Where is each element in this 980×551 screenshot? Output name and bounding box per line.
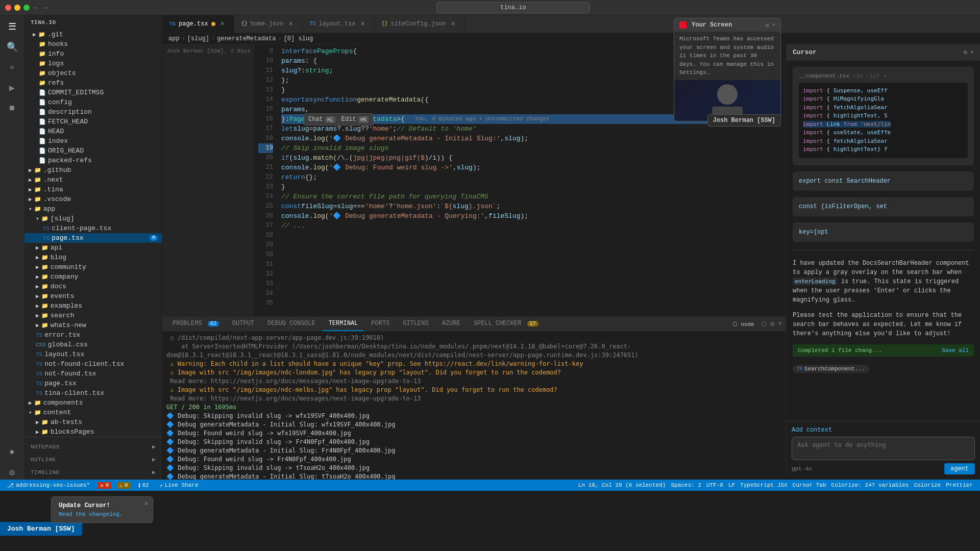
- panel-settings-icon[interactable]: ⚙: [964, 48, 967, 56]
- breadcrumb-slug[interactable]: [slug]: [187, 35, 209, 42]
- sidebar-item-refs[interactable]: 📁 refs: [24, 78, 162, 88]
- forward-arrow[interactable]: →: [43, 4, 47, 12]
- minimize-window-button[interactable]: [14, 5, 20, 11]
- sidebar-item-error-tsx[interactable]: TS error.tsx: [24, 330, 162, 340]
- spaces-status[interactable]: Spaces: 2: [669, 482, 703, 488]
- panel-close-icon[interactable]: ×: [778, 320, 782, 328]
- prettier-status[interactable]: Prettier: [944, 482, 975, 488]
- chat-input[interactable]: [792, 437, 975, 460]
- panel-close-icon[interactable]: ×: [970, 49, 974, 56]
- info-status[interactable]: ℹ 62: [136, 482, 151, 489]
- terminal-content[interactable]: ○ /dist/compiled/next-app-server/app-pag…: [162, 332, 786, 480]
- sidebar-item-index[interactable]: 📄 index: [24, 136, 162, 146]
- panel-tab-problems[interactable]: PROBLEMS 62: [166, 317, 225, 331]
- sidebar-item-content[interactable]: ▾ 📁 content: [24, 408, 162, 417]
- sidebar-item-api[interactable]: ▶ 📁 api: [24, 243, 162, 253]
- notification-close-button[interactable]: ×: [144, 500, 149, 508]
- tab-close-button[interactable]: ×: [449, 20, 457, 28]
- colorize2-status[interactable]: Colorize: [912, 482, 943, 488]
- sidebar-item-not-found[interactable]: TS not-found.tsx: [24, 369, 162, 379]
- chat-option[interactable]: Chat ⌘L: [308, 116, 335, 123]
- tab-page-tsx[interactable]: TS page.tsx ×: [162, 15, 234, 33]
- timeline-section[interactable]: TIMELINE ▶: [24, 465, 162, 478]
- run-activity-icon[interactable]: ▶: [5, 81, 19, 95]
- notepads-section[interactable]: NOTEPADS ▶: [24, 439, 162, 452]
- sidebar-item-page-tsx[interactable]: TS page.tsx M: [24, 233, 162, 243]
- sidebar-item-tina-client[interactable]: TS tina-client.tsx: [24, 388, 162, 398]
- sidebar-item-events[interactable]: ▶ 📁 events: [24, 291, 162, 301]
- sidebar-item-blog[interactable]: ▶ 📁 blog: [24, 253, 162, 262]
- accounts-activity-icon[interactable]: ●: [5, 445, 19, 459]
- panel-tab-ports[interactable]: PORTS: [365, 317, 396, 331]
- sidebar-item-page-tsx-2[interactable]: TS page.tsx: [24, 379, 162, 388]
- save-all-button[interactable]: Save all: [942, 347, 969, 354]
- explorer-activity-icon[interactable]: ☰: [5, 19, 19, 34]
- sidebar-item-layout-tsx[interactable]: TS layout.tsx: [24, 349, 162, 359]
- sidebar-item-ab-tests[interactable]: ▶ 📁 ab-tests: [24, 417, 162, 427]
- close-button[interactable]: ×: [772, 22, 775, 28]
- tab-home-json[interactable]: {} home.json ×: [234, 15, 303, 33]
- sidebar-item-slug[interactable]: ▾ 📁 [slug]: [24, 214, 162, 223]
- warnings-status[interactable]: ⚠ 0: [117, 482, 130, 489]
- panel-tab-debug-console[interactable]: DEBUG CONSOLE: [261, 317, 322, 331]
- sidebar-item-client-page[interactable]: TS client-page.tsx: [24, 223, 162, 233]
- colorize-status[interactable]: Colorize: 247 variables: [829, 482, 911, 488]
- sidebar-item-global-css[interactable]: CSS global.css: [24, 340, 162, 349]
- errors-status[interactable]: ✕ 0: [98, 482, 111, 489]
- sidebar-item-head[interactable]: 📄 HEAD: [24, 127, 162, 136]
- sidebar-item-logs[interactable]: 📁 logs: [24, 59, 162, 68]
- tab-close-button[interactable]: ×: [358, 20, 366, 28]
- encoding-status[interactable]: UTF-8: [704, 482, 725, 488]
- settings-activity-icon[interactable]: ⚙: [5, 465, 19, 480]
- eol-status[interactable]: LF: [726, 482, 737, 488]
- notification-link[interactable]: Read the changelog.: [59, 511, 145, 517]
- sidebar-item-hooks[interactable]: 📁 hooks: [24, 39, 162, 49]
- sidebar-item-not-found-client[interactable]: TS not-found-client.tsx: [24, 359, 162, 369]
- sidebar-item-info[interactable]: 📁 info: [24, 49, 162, 59]
- tab-siteconfig-json[interactable]: {} siteConfig.json ×: [374, 15, 464, 33]
- panel-maximize-icon[interactable]: ⬡: [762, 320, 767, 328]
- sidebar-item-company[interactable]: ▶ 📁 company: [24, 272, 162, 282]
- live-share-status[interactable]: ↗ Live Share: [157, 482, 201, 489]
- search-activity-icon[interactable]: 🔍: [5, 40, 19, 54]
- language-status[interactable]: TypeScript JSX: [738, 482, 789, 488]
- git-branch-status[interactable]: ⎇ addressing-seo-issues*: [5, 482, 92, 489]
- sidebar-item-config[interactable]: 📄 config: [24, 97, 162, 107]
- panel-split-icon[interactable]: ⊟: [771, 320, 774, 328]
- sidebar-item-search[interactable]: ▶ 📁 search: [24, 311, 162, 320]
- panel-tab-spell-checker[interactable]: SPELL CHECKER 17: [468, 317, 545, 331]
- panel-tab-azure[interactable]: AZURE: [436, 317, 467, 331]
- panel-tab-gitlens[interactable]: GITLENS: [397, 317, 434, 331]
- sidebar-item-github[interactable]: ▶ 📁 .github: [24, 165, 162, 175]
- sidebar-item-vscode[interactable]: ▶ 📁 .vscode: [24, 194, 162, 204]
- sidebar-item-description[interactable]: 📄 description: [24, 107, 162, 117]
- sidebar-item-next[interactable]: ▶ 📁 .next: [24, 175, 162, 185]
- sidebar-item-components[interactable]: ▶ 📁 components: [24, 398, 162, 408]
- breadcrumb-generate-metadata[interactable]: generateMetadata: [217, 35, 276, 42]
- sidebar-item-orig-head[interactable]: 📄 ORIG_HEAD: [24, 146, 162, 156]
- cursor-tab-status[interactable]: Cursor Tab: [791, 482, 828, 488]
- panel-tab-output[interactable]: OUTPUT: [226, 317, 260, 331]
- source-control-activity-icon[interactable]: ⚬: [5, 60, 19, 74]
- extensions-activity-icon[interactable]: ■: [5, 101, 19, 115]
- tab-close-button[interactable]: ×: [218, 20, 227, 28]
- gear-icon[interactable]: ⚙: [766, 22, 769, 29]
- sidebar-item-whats-new[interactable]: ▶ 📁 whats-new: [24, 320, 162, 330]
- sidebar-item-objects[interactable]: 📁 objects: [24, 68, 162, 78]
- sidebar-item-commit-editmsg[interactable]: 📄 COMMIT_EDITMSG: [24, 88, 162, 97]
- send-button[interactable]: agent: [944, 463, 975, 474]
- outline-section[interactable]: OUTLINE ▶: [24, 452, 162, 465]
- sidebar-item-tina[interactable]: ▶ 📁 .tina: [24, 185, 162, 194]
- sidebar-item-git[interactable]: ▶ 📁 .git: [24, 30, 162, 39]
- sidebar-item-examples[interactable]: ▶ 📁 examples: [24, 301, 162, 311]
- sidebar-item-app[interactable]: ▾ 📁 app: [24, 204, 162, 214]
- sidebar-item-packed-refs[interactable]: 📄 packed-refs: [24, 156, 162, 165]
- sidebar-item-docs[interactable]: ▶ 📁 docs: [24, 282, 162, 291]
- cursor-position-status[interactable]: Ln 19, Col 20 (6 selected): [576, 482, 668, 488]
- address-bar[interactable]: tina.io: [436, 2, 590, 13]
- sidebar-item-blockspages[interactable]: ▶ 📁 blocksPages: [24, 427, 162, 437]
- add-context-button[interactable]: Add context: [792, 427, 832, 434]
- breadcrumb-slug-param[interactable]: [0] slug: [284, 35, 313, 42]
- maximize-window-button[interactable]: [23, 5, 30, 11]
- panel-tab-terminal[interactable]: TERMINAL: [323, 317, 364, 331]
